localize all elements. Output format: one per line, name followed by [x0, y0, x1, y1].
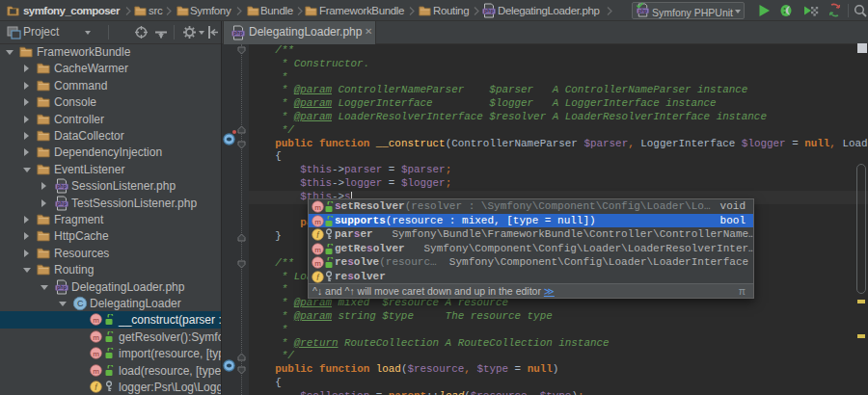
svg-text:m: m	[314, 245, 321, 253]
svg-text:m: m	[314, 259, 321, 268]
svg-text:m: m	[93, 350, 99, 358]
svg-text:php: php	[233, 30, 244, 36]
svg-text:php: php	[57, 284, 68, 290]
svg-text:C: C	[77, 299, 84, 308]
svg-text:m: m	[93, 332, 99, 341]
svg-text:m: m	[93, 316, 99, 325]
svg-text:m: m	[314, 203, 321, 212]
svg-text:php: php	[57, 200, 68, 206]
svg-text:php: php	[57, 184, 68, 190]
svg-text:php: php	[484, 8, 495, 13]
svg-text:m: m	[314, 217, 321, 225]
svg-text:m: m	[93, 366, 99, 375]
